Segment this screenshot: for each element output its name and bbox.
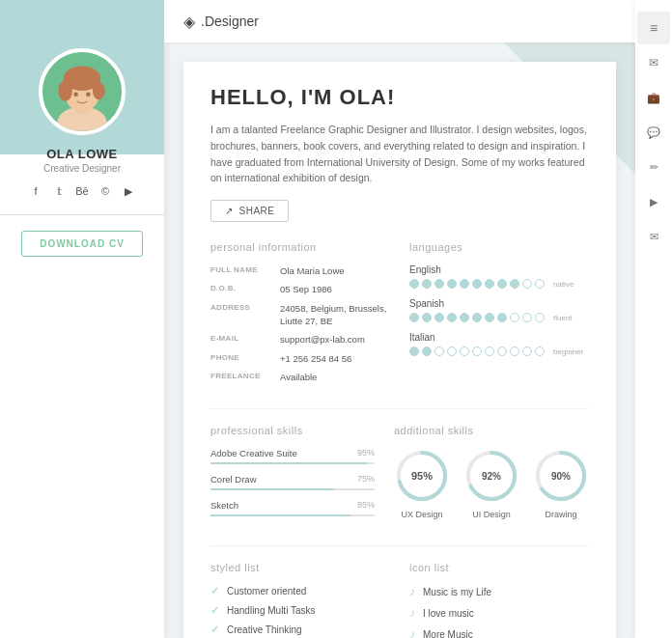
copyright-icon[interactable]: ©: [98, 183, 113, 199]
circle-ux: 95% UX Design: [394, 448, 450, 519]
list-item: ♪ More Music: [409, 627, 589, 638]
list-item: ✓ Handling Multi Tasks: [210, 604, 390, 617]
briefcase-icon[interactable]: 💼: [637, 81, 670, 114]
info-label-dob: D.O.B.: [210, 283, 280, 295]
add-skills-title: additional skills: [394, 425, 589, 436]
list-item-text: Creative Thinking: [227, 624, 302, 635]
info-row-phone: PHONE +1 256 254 84 56: [210, 352, 390, 365]
dot: [409, 347, 419, 356]
music-icon: ♪: [409, 627, 415, 638]
info-label-address: ADDRESS: [210, 302, 280, 328]
dot: [535, 313, 545, 322]
dot: [422, 347, 432, 356]
svg-text:92%: 92%: [482, 471, 501, 482]
svg-point-8: [86, 92, 91, 97]
icon-list-title: icon list: [409, 562, 589, 573]
lang-english-level: native: [553, 280, 574, 289]
pen-icon[interactable]: ✏: [637, 151, 670, 183]
info-label-email: E-MAIL: [210, 333, 280, 346]
chat-icon[interactable]: 💬: [637, 116, 670, 149]
right-icon-bar: ≡ ✉ 💼 💬 ✏ ▶ ✉: [635, 0, 672, 638]
skill-adobe-bar-bg: [210, 462, 375, 464]
lang-italian-name: Italian: [409, 332, 589, 343]
lang-spanish: Spanish: [409, 298, 589, 322]
list-item-text: Handling Multi Tasks: [227, 605, 316, 616]
list-item-text: Music is my Life: [423, 587, 491, 597]
sidebar-person-name: OLA LOWE: [46, 147, 118, 161]
play-icon[interactable]: ▶: [637, 185, 670, 218]
list-item: ✓ Creative Thinking: [210, 624, 390, 636]
list-item-text: More Music: [423, 629, 473, 638]
download-cv-button[interactable]: DOWNLOAD CV: [21, 231, 143, 257]
dot: [447, 313, 457, 322]
share-icon: ↗: [225, 206, 234, 216]
info-value-email: support@px-lab.com: [280, 333, 365, 346]
svg-point-6: [93, 82, 105, 99]
svg-text:95%: 95%: [411, 470, 433, 482]
skill-sketch-bar-fill: [210, 514, 350, 516]
info-label-phone: PHONE: [210, 352, 280, 365]
dot: [434, 313, 444, 322]
personal-info-table: FULL NAME Ola Maria Lowe D.O.B. 05 Sep 1…: [210, 264, 390, 383]
sidebar: OLA LOWE Creative Designer f 𝕥 Bē © ▶ DO…: [0, 0, 164, 638]
prof-skills-title: professional skills: [210, 425, 375, 436]
dot: [472, 347, 482, 356]
dot: [522, 313, 532, 322]
skill-adobe-header: Adobe Creative Suite 95%: [210, 448, 375, 458]
dot: [472, 279, 482, 289]
circle-ui-svg: 92%: [463, 448, 519, 504]
facebook-icon[interactable]: f: [28, 183, 43, 199]
skill-sketch: Sketch 85%: [210, 500, 375, 516]
dot: [485, 279, 494, 289]
skill-coreldraw-header: Corel Draw 75%: [210, 474, 375, 485]
behance-icon[interactable]: Bē: [74, 183, 90, 199]
divider2: [210, 545, 589, 546]
twitter-icon[interactable]: 𝕥: [51, 183, 67, 199]
skill-coreldraw-pct: 75%: [357, 474, 375, 485]
dot: [434, 347, 444, 356]
lang-italian-dots: beginner: [409, 347, 589, 356]
lists-section: styled list ✓ Customer oriented ✓ Handli…: [210, 562, 589, 638]
content-area: HELLO, I'M OLA! I am a talanted Freelanc…: [164, 42, 635, 638]
mail-icon[interactable]: ✉: [637, 220, 670, 253]
svg-text:90%: 90%: [551, 471, 571, 482]
circle-ux-svg: 95%: [394, 448, 450, 504]
lang-spanish-level: fluent: [553, 314, 573, 322]
menu-icon[interactable]: ≡: [637, 12, 670, 44]
lang-spanish-dots: fluent: [409, 313, 589, 322]
skills-section: professional skills Adobe Creative Suite…: [210, 425, 589, 526]
circle-drawing: 90% Drawing: [533, 448, 589, 519]
dot: [460, 347, 469, 356]
youtube-icon[interactable]: ▶: [121, 183, 136, 199]
dot: [422, 279, 432, 289]
languages-section: languages English: [409, 241, 589, 389]
lang-english-name: English: [409, 264, 589, 275]
music-icon: ♪: [409, 606, 415, 620]
bio-text: I am a talanted Freelance Graphic Design…: [210, 122, 589, 186]
dot: [535, 279, 545, 289]
circle-drawing-label: Drawing: [545, 510, 576, 519]
personal-info-title: personal information: [210, 241, 390, 253]
topbar: ◈ .Designer: [164, 0, 635, 42]
music-icon: ♪: [409, 585, 415, 598]
skill-sketch-bar-bg: [210, 514, 375, 516]
styled-list: ✓ Customer oriented ✓ Handling Multi Tas…: [210, 585, 390, 638]
dot: [497, 347, 507, 356]
dot: [409, 313, 419, 322]
lang-spanish-name: Spanish: [409, 298, 589, 309]
skill-coreldraw: Corel Draw 75%: [210, 474, 375, 490]
envelope-icon[interactable]: ✉: [637, 46, 670, 79]
skill-adobe-bar-fill: [210, 462, 367, 464]
dot: [447, 347, 457, 356]
logo-icon: ◈: [183, 13, 195, 31]
info-row-address: ADDRESS 24058, Belgium, Brussels, Liutte…: [210, 302, 390, 328]
languages-title: languages: [409, 241, 589, 253]
dot: [485, 313, 494, 322]
lang-italian-level: beginner: [553, 347, 583, 356]
share-label: SHARE: [239, 206, 275, 216]
resume-card: HELLO, I'M OLA! I am a talanted Freelanc…: [183, 62, 616, 638]
dot: [485, 347, 494, 356]
share-button[interactable]: ↗ SHARE: [210, 200, 289, 222]
lang-english-dots: native: [409, 279, 589, 289]
dot: [422, 313, 432, 322]
